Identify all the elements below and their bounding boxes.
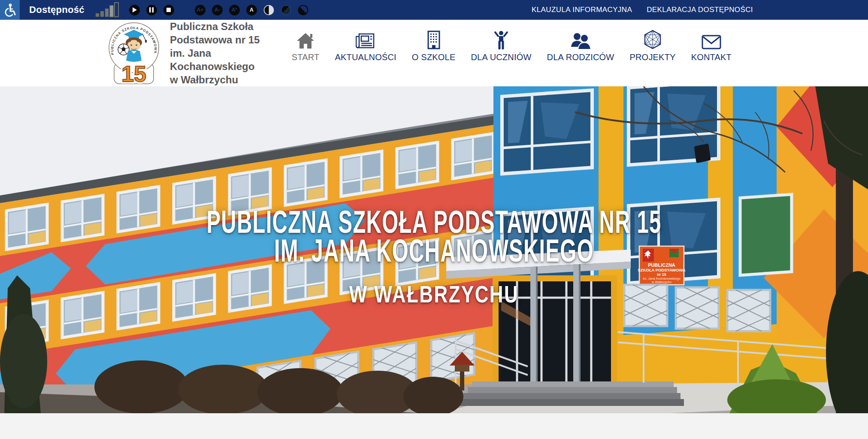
stop-button[interactable] — [163, 5, 174, 15]
font-increase-button[interactable]: A+ — [195, 5, 206, 15]
hero-section: PUBLICZNA SZKOŁA PODSTAWOWA nr 15 im. Ja… — [0, 86, 868, 413]
school-name-line2: im. Jana Kochanowskiego — [170, 46, 292, 73]
hero-title-line1: PUBLICZNA SZKOŁA PODSTAWOWA NR 15 — [148, 207, 720, 236]
link-klauzula-informacyjna[interactable]: KLAUZULA INFORMACYJNA — [532, 6, 632, 14]
nav-item-start[interactable]: START — [292, 30, 320, 62]
main-navigation: START AKTUALNOŚCI — [292, 30, 732, 77]
font-decrease-button[interactable]: A- — [212, 5, 223, 15]
accessibility-toolbar: Dostępność A+ A- A° A — [0, 0, 868, 20]
link-deklaracja-dostepnosci[interactable]: DEKLARACJA DOSTĘPNOŚCI — [647, 6, 753, 14]
nav-item-aktualnosci[interactable]: AKTUALNOŚCI — [335, 30, 396, 62]
home-icon — [296, 30, 315, 49]
hero-subtitle: W WAŁBRZYCHU — [87, 280, 781, 308]
accessibility-label: Dostępność — [29, 4, 85, 15]
text-size-bars-icon[interactable] — [96, 2, 121, 18]
student-icon — [494, 30, 508, 49]
school-name-line3: w Wałbrzychu — [170, 73, 292, 86]
nav-item-o-szkole[interactable]: O SZKOLE — [412, 30, 456, 62]
newspaper-icon — [356, 30, 375, 49]
school-name-line1: Publiczna Szkoła Podstawowa nr 15 — [170, 20, 292, 46]
nav-item-dla-uczniow[interactable]: DLA UCZNIÓW — [471, 30, 531, 62]
parents-icon — [570, 30, 591, 49]
font-reset-button[interactable]: A° — [229, 5, 240, 15]
envelope-icon — [702, 30, 721, 49]
pause-button[interactable] — [146, 5, 157, 15]
negative-contrast-button[interactable] — [281, 5, 291, 15]
nav-item-kontakt[interactable]: KONTAKT — [691, 30, 732, 62]
svg-text:15: 15 — [121, 61, 146, 85]
hexagon-icon — [643, 30, 662, 49]
school-logo[interactable]: PUBLICZNA SZKOŁA PODSTAWOWA NR 15 W WAŁB… — [107, 21, 160, 85]
font-default-button[interactable]: A — [246, 5, 257, 15]
site-header: PUBLICZNA SZKOŁA PODSTAWOWA NR 15 W WAŁB… — [0, 20, 868, 86]
grayscale-button[interactable] — [263, 5, 274, 15]
wheelchair-icon — [3, 3, 16, 17]
play-button[interactable] — [129, 5, 140, 15]
nav-item-projekty[interactable]: PROJEKTY — [629, 30, 675, 62]
hero-title-block: PUBLICZNA SZKOŁA PODSTAWOWA NR 15 IM. JA… — [0, 86, 868, 308]
nav-item-dla-rodzicow[interactable]: DLA RODZICÓW — [547, 30, 614, 62]
accessibility-button[interactable] — [0, 0, 20, 20]
content-area-top — [0, 413, 868, 439]
reset-contrast-button[interactable] — [298, 5, 308, 15]
school-name: Publiczna Szkoła Podstawowa nr 15 im. Ja… — [170, 20, 292, 86]
topbar-links: KLAUZULA INFORMACYJNA DEKLARACJA DOSTĘPN… — [532, 6, 753, 14]
hero-title-line2: IM. JANA KOCHANOWSKIEGO — [148, 236, 720, 265]
building-icon — [425, 30, 442, 49]
